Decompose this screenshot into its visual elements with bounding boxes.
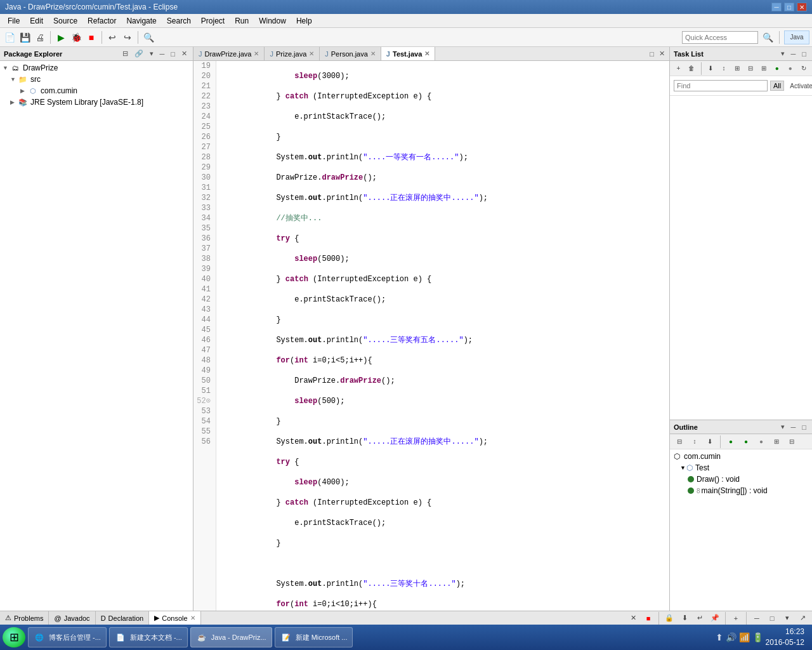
- taskbar-app-browser[interactable]: 🌐 博客后台管理 -...: [28, 627, 107, 647]
- outline-expand-btn[interactable]: ⊞: [769, 435, 783, 449]
- console-pin-btn[interactable]: 📌: [708, 611, 722, 625]
- tab-console[interactable]: ▶ Console ✕: [149, 611, 200, 625]
- quick-access-search-icon[interactable]: 🔍: [761, 30, 775, 44]
- outline-link-btn[interactable]: ●: [724, 435, 738, 449]
- tray-icon-battery[interactable]: 🔋: [752, 632, 763, 642]
- outline-item-test[interactable]: ▼ ⬡ Test: [672, 462, 809, 474]
- start-button[interactable]: ⊞: [3, 627, 25, 647]
- print-button[interactable]: 🖨: [33, 30, 47, 44]
- pkg-explorer-collapse-icon[interactable]: ⊟: [121, 49, 130, 58]
- close-button[interactable]: ✕: [797, 3, 807, 11]
- find-input[interactable]: [674, 80, 768, 91]
- pkg-explorer-maximize-icon[interactable]: □: [169, 50, 177, 58]
- console-word-wrap-btn[interactable]: ↵: [693, 611, 707, 625]
- tree-item-src[interactable]: ▼ 📁 src: [0, 74, 193, 85]
- save-button[interactable]: 💾: [18, 30, 32, 44]
- code-editor[interactable]: sleep(3000); } catch (InterruptedExcepti…: [216, 61, 669, 611]
- menu-help[interactable]: Help: [291, 15, 317, 27]
- outline-item-main[interactable]: 8 main(String[]) : void: [672, 485, 809, 496]
- tab-javadoc[interactable]: @ Javadoc: [49, 611, 95, 625]
- console-scroll-btn[interactable]: ⬇: [678, 611, 691, 625]
- tab-test[interactable]: J Test.java ✕: [381, 47, 435, 60]
- task-filter-btn[interactable]: ⬇: [705, 62, 717, 76]
- maximize-button[interactable]: □: [784, 3, 794, 11]
- editor-maximize-icon[interactable]: □: [648, 50, 656, 58]
- outline-sort-btn[interactable]: ↕: [688, 435, 702, 449]
- window-controls[interactable]: ─ □ ✕: [771, 3, 807, 11]
- outline-gray-btn[interactable]: ●: [754, 435, 768, 449]
- menu-refactor[interactable]: Refactor: [82, 15, 121, 27]
- tab-person[interactable]: J Person.java ✕: [320, 47, 381, 60]
- task-sort-btn[interactable]: ↕: [718, 62, 730, 76]
- tab-close-prize[interactable]: ✕: [309, 50, 314, 57]
- task-list-minimize-icon[interactable]: ─: [789, 50, 798, 58]
- taskbar-app-word[interactable]: 📝 新建 Microsoft ...: [275, 627, 353, 647]
- tray-icon-2[interactable]: 🔊: [726, 632, 737, 642]
- tab-close-console[interactable]: ✕: [190, 614, 195, 621]
- outline-filter-btn[interactable]: ⬇: [703, 435, 717, 449]
- task-expand-btn[interactable]: ⊟: [744, 62, 756, 76]
- java-perspective-button[interactable]: Java: [784, 30, 809, 44]
- menu-edit[interactable]: Edit: [25, 15, 48, 27]
- editor-content[interactable]: 19 20 21 22 23 24 25 26 27 28 29 30 31 3…: [193, 61, 669, 611]
- tab-declaration[interactable]: D Declaration: [96, 611, 150, 625]
- task-group-btn[interactable]: ⊞: [731, 62, 743, 76]
- taskbar-app-notepad[interactable]: 📄 新建文本文档 -...: [109, 627, 188, 647]
- outline-maximize-icon[interactable]: □: [800, 423, 808, 432]
- editor-close-icon[interactable]: ✕: [657, 49, 667, 58]
- outline-minimize-icon[interactable]: ─: [789, 423, 798, 432]
- menu-project[interactable]: Project: [196, 15, 230, 27]
- console-restore-btn[interactable]: ↗: [796, 611, 809, 625]
- taskbar-app-eclipse[interactable]: ☕ Java - DrawPriz...: [190, 627, 272, 647]
- task-refresh-btn[interactable]: ↻: [797, 62, 809, 76]
- task-new-btn[interactable]: +: [672, 62, 684, 76]
- find-search-button[interactable]: All: [770, 81, 784, 91]
- redo-button[interactable]: ↪: [121, 30, 134, 44]
- console-view-menu-btn[interactable]: ▾: [780, 611, 794, 625]
- task-list-menu-icon[interactable]: ▾: [779, 49, 787, 58]
- run-button[interactable]: ▶: [54, 30, 68, 44]
- tree-item-jre[interactable]: ▶ 📚 JRE System Library [JavaSE-1.8]: [0, 96, 193, 108]
- pkg-explorer-minimize-icon[interactable]: ─: [158, 50, 167, 58]
- tree-item-comcumin[interactable]: ▶ ⬡ com.cumin: [0, 85, 193, 96]
- stop-button[interactable]: ■: [84, 30, 98, 44]
- tree-item-drawprize[interactable]: ▼ 🗂 DrawPrize: [0, 62, 193, 74]
- outline-item-draw[interactable]: Draw() : void: [672, 474, 809, 485]
- undo-button[interactable]: ↩: [105, 30, 119, 44]
- minimize-button[interactable]: ─: [771, 3, 782, 11]
- task-local-btn[interactable]: ●: [784, 62, 796, 76]
- outline-menu-icon[interactable]: ▾: [779, 422, 787, 432]
- pkg-explorer-link-icon[interactable]: 🔗: [133, 49, 145, 58]
- outline-green-btn[interactable]: ●: [739, 435, 753, 449]
- console-new-btn[interactable]: +: [729, 611, 743, 625]
- new-button[interactable]: 📄: [3, 30, 16, 44]
- tray-icon-network[interactable]: 📶: [739, 632, 750, 642]
- console-clear-btn[interactable]: ✕: [626, 611, 640, 625]
- menu-search[interactable]: Search: [162, 15, 196, 27]
- pkg-explorer-menu-icon[interactable]: ▾: [148, 49, 155, 58]
- tab-close-person[interactable]: ✕: [370, 50, 376, 57]
- tray-icon-1[interactable]: ⬆: [716, 632, 723, 642]
- menu-file[interactable]: File: [3, 15, 25, 27]
- menu-navigate[interactable]: Navigate: [121, 15, 161, 27]
- console-maximize-btn[interactable]: □: [765, 611, 779, 625]
- outline-item-comcumin[interactable]: ⬡ com.cumin: [672, 451, 809, 462]
- console-scroll-lock-btn[interactable]: 🔒: [662, 611, 676, 625]
- menu-run[interactable]: Run: [230, 15, 254, 27]
- outline-collapse-btn[interactable]: ⊟: [672, 435, 686, 449]
- menu-window[interactable]: Window: [254, 15, 291, 27]
- tab-drawprize[interactable]: J DrawPrize.java ✕: [193, 47, 265, 60]
- tab-problems[interactable]: ⚠ Problems: [0, 611, 49, 625]
- console-minimize-btn[interactable]: ─: [750, 611, 764, 625]
- console-stop-btn[interactable]: ■: [641, 611, 655, 625]
- debug-button[interactable]: 🐞: [69, 30, 83, 44]
- task-collapse-btn[interactable]: ⊞: [757, 62, 769, 76]
- outline-collapse2-btn[interactable]: ⊟: [785, 435, 799, 449]
- find-activate-btn[interactable]: Activate...: [787, 79, 812, 93]
- quick-access-input[interactable]: [682, 31, 758, 44]
- task-link-btn[interactable]: ●: [771, 62, 783, 76]
- tab-prize[interactable]: J Prize.java ✕: [265, 47, 320, 60]
- tab-close-drawprize[interactable]: ✕: [254, 50, 259, 57]
- menu-source[interactable]: Source: [48, 15, 82, 27]
- task-list-maximize-icon[interactable]: □: [800, 50, 808, 58]
